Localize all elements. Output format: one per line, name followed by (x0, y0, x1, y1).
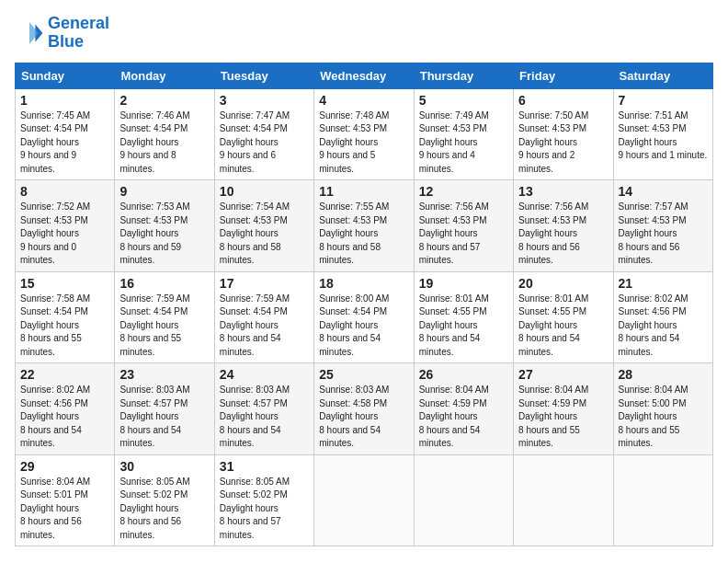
col-header-friday: Friday (514, 63, 613, 88)
day-number: 28 (619, 367, 708, 382)
day-number: 22 (20, 367, 109, 382)
day-number: 13 (518, 184, 608, 199)
calendar-cell: 2 Sunrise: 7:46 AM Sunset: 4:54 PM Dayli… (115, 88, 214, 180)
week-row-5: 29 Sunrise: 8:04 AM Sunset: 5:01 PM Dayl… (16, 454, 713, 546)
day-number: 23 (119, 367, 209, 382)
col-header-tuesday: Tuesday (214, 63, 313, 88)
day-number: 6 (518, 93, 608, 108)
day-detail: Sunrise: 7:46 AM Sunset: 4:54 PM Dayligh… (119, 109, 209, 177)
calendar-cell (314, 454, 414, 546)
calendar-cell: 5 Sunrise: 7:49 AM Sunset: 4:53 PM Dayli… (414, 88, 513, 180)
day-detail: Sunrise: 8:02 AM Sunset: 4:56 PM Dayligh… (20, 384, 109, 451)
day-number: 10 (220, 184, 309, 199)
calendar-cell (514, 454, 613, 546)
logo: General Blue (15, 15, 109, 52)
week-row-2: 8 Sunrise: 7:52 AM Sunset: 4:53 PM Dayli… (16, 180, 713, 272)
day-number: 31 (220, 459, 309, 474)
day-detail: Sunrise: 8:04 AM Sunset: 5:00 PM Dayligh… (619, 384, 708, 451)
day-number: 20 (518, 276, 608, 291)
calendar-cell: 25 Sunrise: 8:03 AM Sunset: 4:58 PM Dayl… (314, 363, 414, 455)
day-detail: Sunrise: 8:03 AM Sunset: 4:58 PM Dayligh… (319, 384, 408, 451)
week-row-3: 15 Sunrise: 7:58 AM Sunset: 4:54 PM Dayl… (16, 271, 713, 363)
day-number: 5 (419, 93, 508, 108)
calendar-cell: 31 Sunrise: 8:05 AM Sunset: 5:02 PM Dayl… (214, 454, 313, 546)
col-header-sunday: Sunday (16, 63, 115, 88)
calendar-cell: 14 Sunrise: 7:57 AM Sunset: 4:53 PM Dayl… (613, 180, 712, 272)
calendar-cell: 20 Sunrise: 8:01 AM Sunset: 4:55 PM Dayl… (514, 271, 613, 363)
day-number: 25 (319, 367, 408, 382)
logo-icon (15, 18, 44, 48)
day-number: 3 (220, 93, 309, 108)
day-detail: Sunrise: 7:54 AM Sunset: 4:53 PM Dayligh… (220, 201, 309, 268)
day-number: 2 (119, 93, 209, 108)
calendar-cell: 4 Sunrise: 7:48 AM Sunset: 4:53 PM Dayli… (314, 88, 414, 180)
calendar-cell: 30 Sunrise: 8:05 AM Sunset: 5:02 PM Dayl… (115, 454, 214, 546)
calendar-cell: 28 Sunrise: 8:04 AM Sunset: 5:00 PM Dayl… (613, 363, 712, 455)
day-detail: Sunrise: 7:56 AM Sunset: 4:53 PM Dayligh… (419, 201, 508, 268)
calendar-cell: 11 Sunrise: 7:55 AM Sunset: 4:53 PM Dayl… (314, 180, 414, 272)
calendar-cell: 10 Sunrise: 7:54 AM Sunset: 4:53 PM Dayl… (214, 180, 313, 272)
day-detail: Sunrise: 7:51 AM Sunset: 4:53 PM Dayligh… (619, 109, 708, 163)
calendar-cell: 12 Sunrise: 7:56 AM Sunset: 4:53 PM Dayl… (414, 180, 513, 272)
day-number: 27 (518, 367, 608, 382)
day-number: 15 (20, 276, 109, 291)
day-detail: Sunrise: 7:47 AM Sunset: 4:54 PM Dayligh… (220, 109, 309, 177)
day-number: 8 (20, 184, 109, 199)
week-row-4: 22 Sunrise: 8:02 AM Sunset: 4:56 PM Dayl… (16, 363, 713, 455)
calendar-cell (414, 454, 513, 546)
day-number: 7 (619, 93, 708, 108)
day-detail: Sunrise: 7:58 AM Sunset: 4:54 PM Dayligh… (20, 293, 109, 360)
svg-marker-1 (29, 22, 39, 44)
col-header-thursday: Thursday (414, 63, 513, 88)
day-detail: Sunrise: 7:48 AM Sunset: 4:53 PM Dayligh… (319, 109, 408, 177)
day-number: 17 (220, 276, 309, 291)
day-number: 9 (119, 184, 209, 199)
day-detail: Sunrise: 8:00 AM Sunset: 4:54 PM Dayligh… (319, 293, 408, 360)
day-detail: Sunrise: 8:02 AM Sunset: 4:56 PM Dayligh… (619, 293, 708, 360)
day-detail: Sunrise: 7:50 AM Sunset: 4:53 PM Dayligh… (518, 109, 608, 177)
calendar-cell: 26 Sunrise: 8:04 AM Sunset: 4:59 PM Dayl… (414, 363, 513, 455)
day-detail: Sunrise: 7:55 AM Sunset: 4:53 PM Dayligh… (319, 201, 408, 268)
page-header: General Blue (15, 15, 713, 52)
calendar-cell: 29 Sunrise: 8:04 AM Sunset: 5:01 PM Dayl… (16, 454, 115, 546)
calendar-cell: 21 Sunrise: 8:02 AM Sunset: 4:56 PM Dayl… (613, 271, 712, 363)
calendar-cell: 18 Sunrise: 8:00 AM Sunset: 4:54 PM Dayl… (314, 271, 414, 363)
day-detail: Sunrise: 8:03 AM Sunset: 4:57 PM Dayligh… (220, 384, 309, 451)
day-detail: Sunrise: 7:53 AM Sunset: 4:53 PM Dayligh… (119, 201, 209, 268)
day-number: 29 (20, 459, 109, 474)
day-detail: Sunrise: 8:03 AM Sunset: 4:57 PM Dayligh… (119, 384, 209, 451)
day-detail: Sunrise: 7:56 AM Sunset: 4:53 PM Dayligh… (518, 201, 608, 268)
day-detail: Sunrise: 8:04 AM Sunset: 5:01 PM Dayligh… (20, 476, 109, 543)
day-number: 24 (220, 367, 309, 382)
week-row-1: 1 Sunrise: 7:45 AM Sunset: 4:54 PM Dayli… (16, 88, 713, 180)
calendar-cell: 9 Sunrise: 7:53 AM Sunset: 4:53 PM Dayli… (115, 180, 214, 272)
calendar-cell: 23 Sunrise: 8:03 AM Sunset: 4:57 PM Dayl… (115, 363, 214, 455)
day-number: 4 (319, 93, 408, 108)
calendar-cell: 16 Sunrise: 7:59 AM Sunset: 4:54 PM Dayl… (115, 271, 214, 363)
calendar-cell: 6 Sunrise: 7:50 AM Sunset: 4:53 PM Dayli… (514, 88, 613, 180)
day-number: 30 (119, 459, 209, 474)
day-detail: Sunrise: 7:59 AM Sunset: 4:54 PM Dayligh… (220, 293, 309, 360)
calendar-cell: 15 Sunrise: 7:58 AM Sunset: 4:54 PM Dayl… (16, 271, 115, 363)
day-detail: Sunrise: 7:49 AM Sunset: 4:53 PM Dayligh… (419, 109, 508, 177)
calendar-cell: 19 Sunrise: 8:01 AM Sunset: 4:55 PM Dayl… (414, 271, 513, 363)
day-detail: Sunrise: 7:57 AM Sunset: 4:53 PM Dayligh… (619, 201, 708, 268)
day-number: 1 (20, 93, 109, 108)
day-number: 14 (619, 184, 708, 199)
day-detail: Sunrise: 8:05 AM Sunset: 5:02 PM Dayligh… (119, 476, 209, 543)
calendar-cell: 17 Sunrise: 7:59 AM Sunset: 4:54 PM Dayl… (214, 271, 313, 363)
day-detail: Sunrise: 8:04 AM Sunset: 4:59 PM Dayligh… (419, 384, 508, 451)
col-header-wednesday: Wednesday (314, 63, 414, 88)
calendar-cell: 1 Sunrise: 7:45 AM Sunset: 4:54 PM Dayli… (16, 88, 115, 180)
calendar-cell: 3 Sunrise: 7:47 AM Sunset: 4:54 PM Dayli… (214, 88, 313, 180)
calendar-cell: 8 Sunrise: 7:52 AM Sunset: 4:53 PM Dayli… (16, 180, 115, 272)
calendar-cell (613, 454, 712, 546)
day-detail: Sunrise: 8:01 AM Sunset: 4:55 PM Dayligh… (518, 293, 608, 360)
day-number: 18 (319, 276, 408, 291)
calendar-cell: 22 Sunrise: 8:02 AM Sunset: 4:56 PM Dayl… (16, 363, 115, 455)
calendar-table: SundayMondayTuesdayWednesdayThursdayFrid… (15, 63, 713, 547)
calendar-cell: 24 Sunrise: 8:03 AM Sunset: 4:57 PM Dayl… (214, 363, 313, 455)
calendar-cell: 13 Sunrise: 7:56 AM Sunset: 4:53 PM Dayl… (514, 180, 613, 272)
day-number: 21 (619, 276, 708, 291)
day-detail: Sunrise: 7:59 AM Sunset: 4:54 PM Dayligh… (119, 293, 209, 360)
